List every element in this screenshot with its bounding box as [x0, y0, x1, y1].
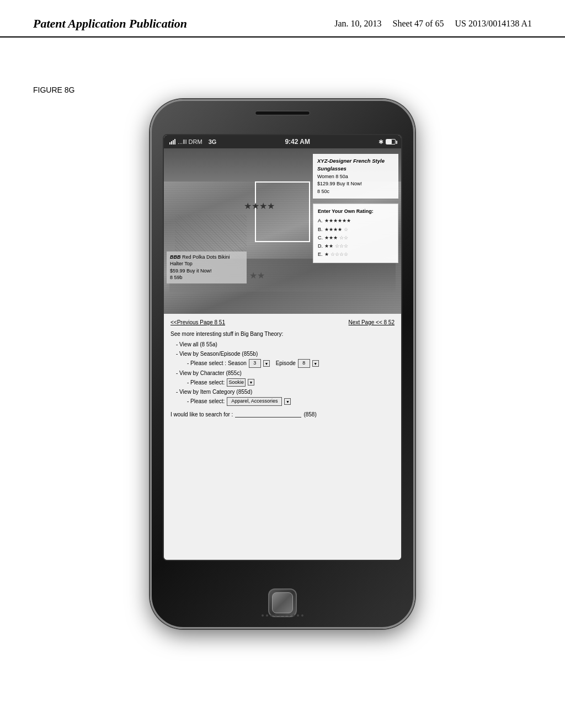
- speaker-dot-2: [266, 614, 268, 617]
- episode-select[interactable]: 8: [298, 359, 310, 368]
- next-page-link[interactable]: Next Page << 8 52: [349, 318, 395, 326]
- menu-list-3: View by Item Category (855d): [170, 388, 395, 396]
- network-label: 3G: [209, 138, 217, 145]
- content-description: See more interesting stuff in Big Bang T…: [170, 330, 395, 338]
- patent-sheet: Sheet 47 of 65: [393, 19, 444, 28]
- speaker-dot-3: [270, 614, 273, 617]
- product-right-title: XYZ-Designer French Style Sunglasses: [317, 157, 394, 173]
- speaker-dot-7: [288, 614, 290, 617]
- phone-speaker-bottom: [238, 612, 327, 619]
- season-select[interactable]: 3: [249, 359, 261, 368]
- rating-stars-c-full: ★★★: [324, 234, 338, 242]
- face-detection-box: [255, 181, 310, 242]
- speaker-dot-10: [301, 614, 303, 617]
- character-subitem: - Please select: Sookie ▼: [170, 378, 395, 387]
- episode-label: Episode: [276, 359, 296, 367]
- patent-meta: Jan. 10, 2013 Sheet 47 of 65 US 2013/001…: [334, 17, 532, 31]
- rating-label-a: A.: [318, 217, 323, 225]
- rating-title: Enter Your Own Rating:: [318, 207, 393, 216]
- rating-stars-b-empty: ☆: [344, 226, 348, 234]
- rating-label-b: B.: [318, 226, 323, 234]
- menu-item-character-text: View by Character (855c): [179, 370, 242, 376]
- phone-speaker-top: [255, 111, 310, 115]
- signal-bar-2: [171, 141, 172, 144]
- drm-label: ...lll DRM: [178, 138, 202, 145]
- product-left-name: BBB: [170, 254, 181, 260]
- figure-label: FIGURE 8G: [33, 85, 74, 94]
- status-right: ✱: [379, 138, 396, 146]
- phone-shell: ...lll DRM 3G 9:42 AM ✱: [150, 99, 415, 629]
- character-select-arrow[interactable]: ▼: [248, 379, 254, 386]
- rating-row-d[interactable]: D. ★★ ☆☆☆: [318, 242, 393, 250]
- rating-row-c[interactable]: C. ★★★ ☆☆: [318, 234, 393, 242]
- rating-stars-d-full: ★★: [324, 242, 333, 250]
- patent-number: US 2013/0014138 A1: [455, 19, 532, 28]
- season-label: - Please select : Season: [187, 359, 247, 367]
- prev-page-link[interactable]: <<Previous Page 8 51: [170, 318, 225, 326]
- speaker-dot-8: [292, 614, 295, 617]
- product-left-title: BBB Red Polka Dots Bikini Halter Top: [170, 254, 243, 267]
- signal-bar-3: [173, 140, 174, 144]
- season-episode-subitem: - Please select : Season 3 ▼ Episode 8 ▼: [170, 359, 395, 368]
- category-select[interactable]: Apparel, Accessories: [227, 397, 282, 406]
- menu-item-all-text: View all (8 55a): [179, 341, 217, 347]
- image-stars-main: ★★★★: [244, 201, 275, 211]
- photo-background: ★★★★ ★★ BBB Red Polka Dots Bikini Halter…: [164, 148, 401, 314]
- search-label: I would like to search for :: [170, 410, 233, 419]
- product-overlay-left: BBB Red Polka Dots Bikini Halter Top $59…: [167, 251, 247, 283]
- category-subitem: - Please select: Apparel, Accessories ▼: [170, 397, 395, 406]
- menu-item-category[interactable]: View by Item Category (855d): [176, 388, 395, 396]
- battery-fill: [386, 140, 392, 144]
- speaker-dot-4: [275, 614, 277, 617]
- episode-select-arrow[interactable]: ▼: [312, 360, 319, 367]
- patent-date: Jan. 10, 2013: [334, 19, 381, 28]
- battery-icon: [386, 139, 396, 144]
- nav-links: <<Previous Page 8 51 Next Page << 8 52: [170, 318, 395, 326]
- product-right-code: 8 50c: [317, 188, 394, 196]
- menu-list: View all (8 55a) View by Season/Episode …: [170, 340, 395, 358]
- phone-wrapper: ...lll DRM 3G 9:42 AM ✱: [145, 99, 420, 678]
- product-left-price: $59.99 Buy it Now!: [170, 267, 243, 275]
- product-overlay-right: XYZ-Designer French Style Sunglasses Wom…: [313, 154, 398, 199]
- phone-screen: ...lll DRM 3G 9:42 AM ✱: [163, 134, 402, 561]
- category-label: - Please select:: [187, 397, 225, 405]
- menu-item-all[interactable]: View all (8 55a): [176, 340, 395, 349]
- search-input[interactable]: [235, 411, 301, 417]
- rating-stars-c-empty: ☆☆: [339, 234, 348, 242]
- content-area: <<Previous Page 8 51 Next Page << 8 52 S…: [164, 314, 401, 560]
- season-select-arrow[interactable]: ▼: [263, 360, 270, 367]
- character-select[interactable]: Sookie: [227, 378, 246, 387]
- product-left-code: 8 59b: [170, 274, 243, 281]
- speaker-dot-5: [279, 614, 281, 617]
- rating-label-e: E.: [318, 250, 323, 259]
- signal-bar-1: [169, 142, 170, 144]
- rating-stars-e-empty: ☆☆☆☆: [331, 250, 348, 259]
- rating-row-e[interactable]: E. ★ ☆☆☆☆: [318, 250, 393, 259]
- menu-item-season[interactable]: View by Season/Episode (855b): [176, 350, 395, 358]
- patent-header: Patent Application Publication Jan. 10, …: [0, 0, 565, 38]
- product-right-name: XYZ-Designer French Style Sunglasses: [317, 158, 385, 172]
- rating-row-b[interactable]: B. ★★★★ ☆: [318, 226, 393, 234]
- menu-list-2: View by Character (855c): [170, 369, 395, 377]
- signal-bar-4: [174, 139, 175, 144]
- rating-row-a[interactable]: A. ★★★★★★: [318, 217, 393, 225]
- rating-stars-e-full: ★: [324, 250, 329, 259]
- signal-bars: [169, 139, 175, 144]
- menu-item-character[interactable]: View by Character (855c): [176, 369, 395, 377]
- rating-label-c: C.: [318, 234, 323, 242]
- rating-stars-b-full: ★★★★: [324, 226, 342, 234]
- category-select-arrow[interactable]: ▼: [284, 398, 291, 405]
- product-right-subtitle: Women 8 50a: [317, 173, 394, 181]
- patent-title: Patent Application Publication: [33, 17, 187, 31]
- search-line: I would like to search for : (858): [170, 410, 395, 419]
- search-code: (858): [303, 410, 316, 419]
- rating-panel: Enter Your Own Rating: A. ★★★★★★ B. ★★★★…: [313, 204, 398, 263]
- bluetooth-icon: ✱: [379, 138, 383, 146]
- menu-item-category-text: View by Item Category (855d): [179, 389, 252, 395]
- product-right-price: $129.99 Buy It Now!: [317, 180, 394, 188]
- status-bar: ...lll DRM 3G 9:42 AM ✱: [164, 135, 401, 148]
- rating-stars-a: ★★★★★★: [324, 217, 351, 225]
- speaker-dot-1: [262, 614, 264, 617]
- character-label: - Please select:: [187, 378, 225, 387]
- image-area: ★★★★ ★★ BBB Red Polka Dots Bikini Halter…: [164, 148, 401, 314]
